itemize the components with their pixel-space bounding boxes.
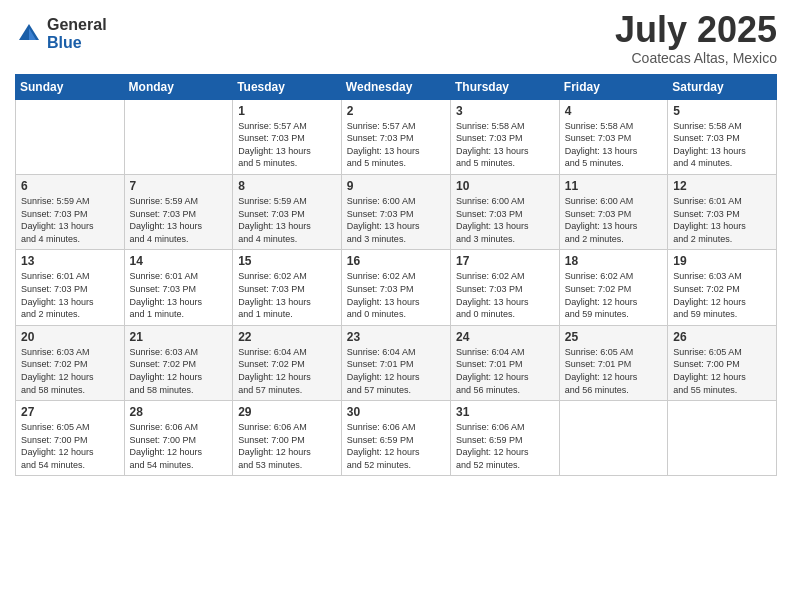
day-info: Sunrise: 6:01 AM Sunset: 7:03 PM Dayligh… xyxy=(130,270,228,320)
day-number: 26 xyxy=(673,330,771,344)
calendar-cell: 2Sunrise: 5:57 AM Sunset: 7:03 PM Daylig… xyxy=(341,99,450,174)
calendar-cell: 8Sunrise: 5:59 AM Sunset: 7:03 PM Daylig… xyxy=(233,174,342,249)
day-number: 9 xyxy=(347,179,445,193)
logo: General Blue xyxy=(15,16,107,51)
day-number: 11 xyxy=(565,179,662,193)
calendar-cell: 15Sunrise: 6:02 AM Sunset: 7:03 PM Dayli… xyxy=(233,250,342,325)
day-info: Sunrise: 6:06 AM Sunset: 6:59 PM Dayligh… xyxy=(347,421,445,471)
calendar-cell: 29Sunrise: 6:06 AM Sunset: 7:00 PM Dayli… xyxy=(233,401,342,476)
day-info: Sunrise: 5:59 AM Sunset: 7:03 PM Dayligh… xyxy=(130,195,228,245)
calendar-cell: 28Sunrise: 6:06 AM Sunset: 7:00 PM Dayli… xyxy=(124,401,233,476)
day-number: 19 xyxy=(673,254,771,268)
day-info: Sunrise: 6:05 AM Sunset: 7:01 PM Dayligh… xyxy=(565,346,662,396)
day-of-week-header: Friday xyxy=(559,74,667,99)
calendar-cell: 23Sunrise: 6:04 AM Sunset: 7:01 PM Dayli… xyxy=(341,325,450,400)
day-number: 6 xyxy=(21,179,119,193)
calendar-cell: 30Sunrise: 6:06 AM Sunset: 6:59 PM Dayli… xyxy=(341,401,450,476)
day-info: Sunrise: 6:06 AM Sunset: 7:00 PM Dayligh… xyxy=(238,421,336,471)
day-number: 17 xyxy=(456,254,554,268)
calendar-header-row: SundayMondayTuesdayWednesdayThursdayFrid… xyxy=(16,74,777,99)
location-subtitle: Coatecas Altas, Mexico xyxy=(615,50,777,66)
day-of-week-header: Wednesday xyxy=(341,74,450,99)
title-block: July 2025 Coatecas Altas, Mexico xyxy=(615,10,777,66)
calendar-cell: 6Sunrise: 5:59 AM Sunset: 7:03 PM Daylig… xyxy=(16,174,125,249)
calendar-cell: 26Sunrise: 6:05 AM Sunset: 7:00 PM Dayli… xyxy=(668,325,777,400)
day-info: Sunrise: 6:06 AM Sunset: 7:00 PM Dayligh… xyxy=(130,421,228,471)
calendar-cell: 22Sunrise: 6:04 AM Sunset: 7:02 PM Dayli… xyxy=(233,325,342,400)
day-of-week-header: Saturday xyxy=(668,74,777,99)
day-number: 12 xyxy=(673,179,771,193)
day-number: 5 xyxy=(673,104,771,118)
day-number: 20 xyxy=(21,330,119,344)
day-number: 3 xyxy=(456,104,554,118)
day-number: 18 xyxy=(565,254,662,268)
day-number: 21 xyxy=(130,330,228,344)
day-info: Sunrise: 6:00 AM Sunset: 7:03 PM Dayligh… xyxy=(456,195,554,245)
day-number: 16 xyxy=(347,254,445,268)
day-number: 22 xyxy=(238,330,336,344)
calendar-cell: 4Sunrise: 5:58 AM Sunset: 7:03 PM Daylig… xyxy=(559,99,667,174)
day-info: Sunrise: 6:03 AM Sunset: 7:02 PM Dayligh… xyxy=(130,346,228,396)
day-number: 24 xyxy=(456,330,554,344)
day-info: Sunrise: 6:06 AM Sunset: 6:59 PM Dayligh… xyxy=(456,421,554,471)
calendar-cell: 11Sunrise: 6:00 AM Sunset: 7:03 PM Dayli… xyxy=(559,174,667,249)
day-info: Sunrise: 6:04 AM Sunset: 7:01 PM Dayligh… xyxy=(347,346,445,396)
day-info: Sunrise: 5:58 AM Sunset: 7:03 PM Dayligh… xyxy=(456,120,554,170)
day-info: Sunrise: 6:04 AM Sunset: 7:02 PM Dayligh… xyxy=(238,346,336,396)
day-number: 8 xyxy=(238,179,336,193)
day-info: Sunrise: 6:02 AM Sunset: 7:02 PM Dayligh… xyxy=(565,270,662,320)
day-number: 10 xyxy=(456,179,554,193)
day-number: 13 xyxy=(21,254,119,268)
day-of-week-header: Tuesday xyxy=(233,74,342,99)
calendar-week-row: 13Sunrise: 6:01 AM Sunset: 7:03 PM Dayli… xyxy=(16,250,777,325)
calendar-cell: 25Sunrise: 6:05 AM Sunset: 7:01 PM Dayli… xyxy=(559,325,667,400)
day-info: Sunrise: 6:05 AM Sunset: 7:00 PM Dayligh… xyxy=(673,346,771,396)
calendar-cell: 5Sunrise: 5:58 AM Sunset: 7:03 PM Daylig… xyxy=(668,99,777,174)
day-number: 23 xyxy=(347,330,445,344)
calendar-cell: 17Sunrise: 6:02 AM Sunset: 7:03 PM Dayli… xyxy=(450,250,559,325)
calendar-cell: 9Sunrise: 6:00 AM Sunset: 7:03 PM Daylig… xyxy=(341,174,450,249)
calendar-week-row: 20Sunrise: 6:03 AM Sunset: 7:02 PM Dayli… xyxy=(16,325,777,400)
day-of-week-header: Monday xyxy=(124,74,233,99)
day-number: 14 xyxy=(130,254,228,268)
calendar-cell: 18Sunrise: 6:02 AM Sunset: 7:02 PM Dayli… xyxy=(559,250,667,325)
day-info: Sunrise: 5:59 AM Sunset: 7:03 PM Dayligh… xyxy=(21,195,119,245)
day-number: 29 xyxy=(238,405,336,419)
day-number: 7 xyxy=(130,179,228,193)
header: General Blue July 2025 Coatecas Altas, M… xyxy=(15,10,777,66)
day-number: 15 xyxy=(238,254,336,268)
calendar-cell: 20Sunrise: 6:03 AM Sunset: 7:02 PM Dayli… xyxy=(16,325,125,400)
calendar-cell: 14Sunrise: 6:01 AM Sunset: 7:03 PM Dayli… xyxy=(124,250,233,325)
calendar-cell: 13Sunrise: 6:01 AM Sunset: 7:03 PM Dayli… xyxy=(16,250,125,325)
day-info: Sunrise: 6:02 AM Sunset: 7:03 PM Dayligh… xyxy=(347,270,445,320)
day-number: 30 xyxy=(347,405,445,419)
calendar-week-row: 27Sunrise: 6:05 AM Sunset: 7:00 PM Dayli… xyxy=(16,401,777,476)
logo-general-text: General xyxy=(47,16,107,34)
day-info: Sunrise: 5:58 AM Sunset: 7:03 PM Dayligh… xyxy=(673,120,771,170)
calendar-cell: 12Sunrise: 6:01 AM Sunset: 7:03 PM Dayli… xyxy=(668,174,777,249)
day-number: 28 xyxy=(130,405,228,419)
day-of-week-header: Thursday xyxy=(450,74,559,99)
calendar-cell: 24Sunrise: 6:04 AM Sunset: 7:01 PM Dayli… xyxy=(450,325,559,400)
day-number: 27 xyxy=(21,405,119,419)
calendar-cell: 3Sunrise: 5:58 AM Sunset: 7:03 PM Daylig… xyxy=(450,99,559,174)
day-info: Sunrise: 6:03 AM Sunset: 7:02 PM Dayligh… xyxy=(21,346,119,396)
day-info: Sunrise: 6:00 AM Sunset: 7:03 PM Dayligh… xyxy=(565,195,662,245)
day-of-week-header: Sunday xyxy=(16,74,125,99)
day-info: Sunrise: 6:05 AM Sunset: 7:00 PM Dayligh… xyxy=(21,421,119,471)
day-info: Sunrise: 6:02 AM Sunset: 7:03 PM Dayligh… xyxy=(238,270,336,320)
logo-blue-text: Blue xyxy=(47,34,107,52)
day-info: Sunrise: 5:57 AM Sunset: 7:03 PM Dayligh… xyxy=(238,120,336,170)
day-info: Sunrise: 6:00 AM Sunset: 7:03 PM Dayligh… xyxy=(347,195,445,245)
calendar-cell: 16Sunrise: 6:02 AM Sunset: 7:03 PM Dayli… xyxy=(341,250,450,325)
logo-text: General Blue xyxy=(47,16,107,51)
day-number: 31 xyxy=(456,405,554,419)
day-info: Sunrise: 6:01 AM Sunset: 7:03 PM Dayligh… xyxy=(21,270,119,320)
day-info: Sunrise: 6:01 AM Sunset: 7:03 PM Dayligh… xyxy=(673,195,771,245)
calendar-cell: 19Sunrise: 6:03 AM Sunset: 7:02 PM Dayli… xyxy=(668,250,777,325)
day-number: 1 xyxy=(238,104,336,118)
day-info: Sunrise: 6:02 AM Sunset: 7:03 PM Dayligh… xyxy=(456,270,554,320)
day-info: Sunrise: 5:59 AM Sunset: 7:03 PM Dayligh… xyxy=(238,195,336,245)
day-number: 4 xyxy=(565,104,662,118)
day-info: Sunrise: 5:58 AM Sunset: 7:03 PM Dayligh… xyxy=(565,120,662,170)
